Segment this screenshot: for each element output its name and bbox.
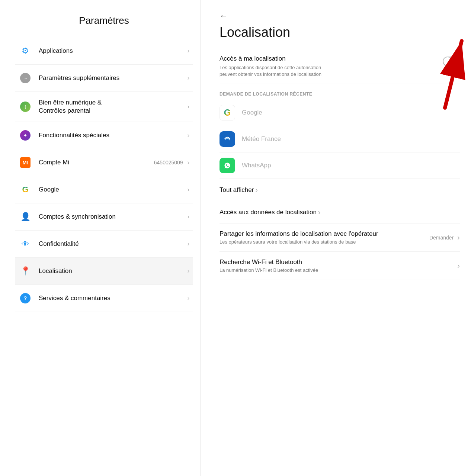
- bien-etre-label: Bien être numérique & Contrôles parental: [39, 99, 186, 115]
- app-row-google[interactable]: G Google: [220, 100, 460, 126]
- location-access-title: Accès à ma localisation: [220, 55, 443, 62]
- right-panel: ← Localisation Accès à ma localisation L…: [201, 0, 471, 476]
- chevron-icon: ›: [188, 103, 189, 110]
- chevron-icon: ›: [457, 261, 460, 270]
- localisation-label: Localisation: [39, 267, 186, 275]
- meteo-app-icon: [220, 131, 235, 147]
- sidebar-item-google[interactable]: G Google ›: [15, 176, 193, 203]
- acces-donnees-label: Accès aux données de localisation: [220, 209, 317, 216]
- location-access-desc: Les applications disposant de cette auto…: [220, 64, 339, 78]
- whatsapp-app-name: WhatsApp: [242, 162, 271, 169]
- parametres-sup-label: Paramètres supplémentaires: [39, 74, 186, 82]
- page-title: Localisation: [220, 25, 460, 40]
- meteo-app-name: Météo France: [242, 135, 281, 143]
- question-icon: ?: [19, 292, 32, 305]
- chevron-icon: ›: [188, 295, 189, 302]
- location-icon: 📍: [19, 264, 32, 278]
- eye-icon: 👁: [19, 237, 32, 251]
- sidebar-item-comptes[interactable]: 👤 Comptes & synchronisation ›: [15, 203, 193, 231]
- sidebar-item-bien-etre[interactable]: ↕ Bien être numérique & Contrôles parent…: [15, 92, 193, 122]
- chevron-icon: ›: [255, 186, 258, 194]
- dots-icon: ···: [19, 71, 32, 85]
- sidebar-item-compte-mi[interactable]: MI Compte Mi 6450025009 ›: [15, 149, 193, 176]
- app-row-meteo[interactable]: Météo France: [220, 126, 460, 152]
- chevron-icon: ›: [318, 208, 321, 216]
- whatsapp-app-icon: [220, 158, 235, 173]
- applications-label: Applications: [39, 47, 186, 55]
- sidebar-item-services[interactable]: ? Services & commentaires ›: [15, 285, 193, 312]
- location-access-row: Accès à ma localisation Les applications…: [220, 49, 460, 84]
- comptes-label: Comptes & synchronisation: [39, 213, 186, 221]
- google-label: Google: [39, 186, 186, 194]
- chevron-icon: ›: [188, 48, 189, 54]
- sidebar-item-localisation[interactable]: 📍 Localisation ›: [15, 258, 193, 285]
- sidebar-item-confidentialite[interactable]: 👁 Confidentialité ›: [15, 231, 193, 258]
- wifi-desc: La numérisation Wi-Fi et Bluetooth est a…: [220, 267, 456, 273]
- sidebar-item-fonctionnalites[interactable]: ✦ Fonctionnalités spéciales ›: [15, 122, 193, 149]
- fonctionnalites-label: Fonctionnalités spéciales: [39, 131, 186, 139]
- recent-section-label: DEMANDE DE LOCALISATION RÉCENTE: [220, 84, 460, 100]
- chevron-icon: ›: [188, 132, 189, 139]
- wifi-label: Recherche Wi-Fi et Bluetooth: [220, 258, 456, 266]
- tout-afficher-label: Tout afficher: [220, 186, 254, 194]
- partager-label: Partager les informations de localisatio…: [220, 230, 429, 238]
- services-label: Services & commentaires: [39, 294, 186, 302]
- sidebar-item-applications[interactable]: ⚙ Applications ›: [15, 38, 193, 65]
- compte-mi-value: 6450025009: [154, 160, 183, 165]
- partager-row[interactable]: Partager les informations de localisatio…: [220, 223, 460, 252]
- location-toggle[interactable]: [443, 57, 460, 66]
- compte-mi-label: Compte Mi: [39, 158, 154, 167]
- chevron-icon: ›: [188, 268, 189, 274]
- account-icon: 👤: [19, 210, 32, 223]
- settings-title: Paramètres: [15, 15, 193, 26]
- partager-desc: Les opérateurs saura votre localisation …: [220, 239, 429, 245]
- chevron-icon: ›: [188, 213, 189, 220]
- chevron-icon: ›: [188, 159, 189, 166]
- demander-value: Demander: [429, 235, 454, 241]
- chevron-icon: ›: [188, 186, 189, 193]
- sidebar-item-parametres-sup[interactable]: ··· Paramètres supplémentaires ›: [15, 65, 193, 92]
- digital-icon: ↕: [19, 100, 32, 113]
- wifi-row[interactable]: Recherche Wi-Fi et Bluetooth La numérisa…: [220, 252, 460, 280]
- tout-afficher-row[interactable]: Tout afficher ›: [220, 179, 460, 201]
- google-icon: G: [19, 183, 32, 196]
- special-icon: ✦: [19, 129, 32, 142]
- chevron-icon: ›: [188, 241, 189, 247]
- left-panel: Paramètres ⚙ Applications › ··· Paramètr…: [0, 0, 201, 476]
- gear-icon: ⚙: [19, 44, 32, 58]
- acces-donnees-row[interactable]: Accès aux données de localisation ›: [220, 201, 460, 223]
- location-access-info: Accès à ma localisation Les applications…: [220, 55, 443, 78]
- app-row-whatsapp[interactable]: WhatsApp: [220, 152, 460, 179]
- chevron-icon: ›: [457, 233, 460, 242]
- back-button[interactable]: ←: [220, 11, 228, 21]
- mi-icon: MI: [19, 156, 32, 169]
- svg-point-4: [222, 134, 233, 144]
- chevron-icon: ›: [188, 75, 189, 81]
- google-app-icon: G: [220, 105, 235, 120]
- confidentialite-label: Confidentialité: [39, 240, 186, 248]
- google-app-name: Google: [242, 109, 262, 116]
